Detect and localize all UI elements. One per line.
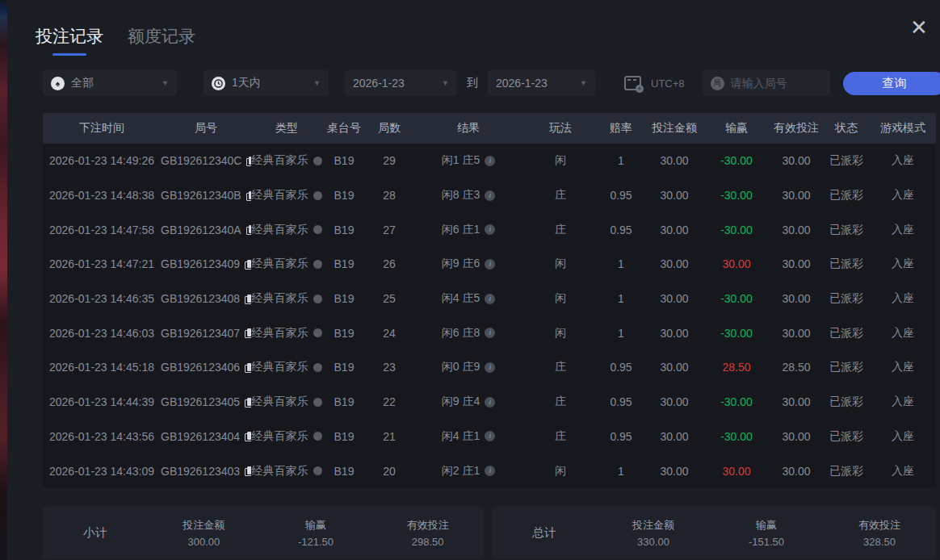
- cell-game-type: 经典百家乐: [251, 291, 322, 306]
- table-row: 2026-01-23 14:45:18 GB1926123406 经典百家乐 B…: [43, 350, 936, 385]
- cell-round-id: GB1926123409: [161, 257, 251, 270]
- cell-round-id: GB1926123405: [161, 395, 251, 408]
- cell-round-id: GB192612340C: [161, 154, 251, 167]
- total-winloss: 输赢 -151.50: [710, 518, 823, 548]
- cell-status: 已派彩: [823, 188, 870, 203]
- cell-shoe-no: 24: [366, 327, 413, 340]
- cell-valid-bet: 30.00: [770, 257, 823, 270]
- cell-play: 闲: [524, 291, 597, 306]
- tab-bet-records[interactable]: 投注记录: [36, 25, 103, 56]
- info-icon[interactable]: i: [485, 224, 495, 235]
- cell-odds: 0.95: [597, 395, 645, 408]
- copy-icon[interactable]: [245, 295, 251, 303]
- subtotal-box: 小计 投注金额 300.00 输赢 -121.50 有效投注 298.50: [43, 506, 484, 559]
- date-from-value: 2026-1-23: [353, 77, 405, 90]
- cell-bet-time: 2026-01-23 14:47:21: [43, 257, 161, 270]
- cell-bet-amount: 30.00: [645, 257, 703, 270]
- copy-icon[interactable]: [246, 225, 251, 234]
- cell-bet-amount: 30.00: [645, 292, 703, 305]
- info-icon[interactable]: i: [485, 259, 495, 270]
- cell-game-mode: 入座: [870, 395, 936, 409]
- cell-table-no: B19: [322, 189, 366, 202]
- game-type-badge-icon: [313, 225, 322, 234]
- close-icon[interactable]: ✕: [904, 13, 934, 42]
- active-tab-underline: [52, 53, 86, 56]
- cell-shoe-no: 28: [366, 189, 413, 202]
- total-valid-bet: 有效投注 328.50: [823, 518, 936, 548]
- info-icon[interactable]: i: [485, 362, 495, 373]
- cell-play: 闲: [524, 464, 597, 479]
- cell-shoe-no: 26: [366, 257, 413, 270]
- info-icon[interactable]: i: [485, 190, 495, 201]
- cell-shoe-no: 21: [366, 430, 413, 443]
- info-icon[interactable]: i: [485, 328, 495, 338]
- cell-status: 已派彩: [823, 326, 870, 341]
- copy-icon[interactable]: [245, 363, 251, 372]
- cell-result: 闲6 庄1 i: [413, 223, 524, 237]
- cell-winloss-value: -30.00: [720, 327, 753, 340]
- table-body: 2026-01-23 14:49:26 GB192612340C 经典百家乐 B…: [43, 144, 936, 488]
- info-icon[interactable]: i: [485, 466, 495, 476]
- calendar-icon[interactable]: [624, 76, 641, 90]
- cell-result: 闲1 庄5 i: [413, 153, 524, 168]
- cell-shoe-no: 23: [366, 361, 413, 374]
- cell-bet-amount: 30.00: [645, 327, 703, 340]
- table-row: 2026-01-23 14:48:38 GB192612340B 经典百家乐 B…: [43, 178, 936, 213]
- total-bet-amount: 投注金额 330.00: [597, 518, 710, 548]
- header-result: 结果: [413, 121, 524, 136]
- cell-winloss: 30.00: [703, 465, 770, 478]
- header-bet-amount: 投注金额: [645, 121, 703, 136]
- cell-table-no: B19: [322, 292, 366, 305]
- date-from-select[interactable]: 2026-1-23 ▼: [345, 70, 457, 96]
- game-type-badge-icon: [313, 466, 322, 475]
- cell-winloss: -30.00: [703, 224, 770, 236]
- header-valid-bet: 有效投注: [770, 121, 823, 136]
- cell-game-type: 经典百家乐: [251, 395, 322, 409]
- cell-result: 闲8 庄3 i: [413, 188, 524, 203]
- copy-icon[interactable]: [246, 191, 251, 200]
- chevron-down-icon: ▼: [580, 79, 587, 87]
- cell-play: 庄: [524, 395, 597, 409]
- date-to-select[interactable]: 2026-1-23 ▼: [488, 70, 595, 96]
- cell-status: 已派彩: [823, 291, 870, 306]
- copy-icon[interactable]: [246, 157, 251, 165]
- cell-status: 已派彩: [823, 257, 870, 271]
- cell-result: 闲0 庄9 i: [413, 360, 524, 374]
- copy-icon[interactable]: [245, 432, 251, 441]
- copy-icon[interactable]: [245, 260, 251, 269]
- round-search-input[interactable]: [731, 77, 822, 90]
- cell-status: 已派彩: [823, 153, 870, 168]
- table-row: 2026-01-23 14:46:35 GB1926123408 经典百家乐 B…: [43, 282, 936, 316]
- game-type-badge-icon: [313, 432, 322, 441]
- info-icon[interactable]: i: [485, 397, 495, 407]
- bet-records-modal: 投注记录 额度记录 ✕ ♠ 全部 ▼ 1天内 ▼ 2026-1-23 ▼ 到 2…: [7, 0, 940, 560]
- game-type-badge-icon: [313, 260, 322, 269]
- cell-status: 已派彩: [823, 429, 870, 444]
- tab-quota-records[interactable]: 额度记录: [128, 25, 195, 56]
- time-range-select[interactable]: 1天内 ▼: [204, 70, 329, 96]
- copy-icon[interactable]: [245, 398, 251, 407]
- cell-play: 庄: [524, 360, 597, 374]
- header-winloss: 输赢: [703, 121, 770, 136]
- cell-bet-amount: 30.00: [645, 395, 703, 408]
- chevron-down-icon: ▼: [313, 79, 321, 87]
- header-shoe-no: 局数: [366, 121, 413, 136]
- copy-icon[interactable]: [245, 466, 251, 475]
- chevron-down-icon: ▼: [442, 79, 449, 87]
- cell-play: 庄: [524, 188, 597, 203]
- date-to-label: 到: [467, 76, 478, 90]
- cell-winloss: -30.00: [703, 395, 770, 408]
- cell-bet-amount: 30.00: [645, 224, 703, 236]
- info-icon[interactable]: i: [485, 294, 495, 304]
- cell-shoe-no: 25: [366, 292, 413, 305]
- cell-winloss-value: -30.00: [720, 292, 753, 305]
- info-icon[interactable]: i: [485, 156, 495, 166]
- clock-icon: [212, 77, 225, 90]
- cell-round-id: GB192612340B: [161, 189, 251, 202]
- info-icon[interactable]: i: [485, 431, 495, 441]
- game-type-select[interactable]: ♠ 全部 ▼: [43, 70, 177, 96]
- cell-winloss: 28.50: [703, 361, 770, 374]
- header-bet-time: 下注时间: [43, 121, 161, 136]
- copy-icon[interactable]: [245, 328, 251, 337]
- query-button[interactable]: 查询: [843, 72, 940, 95]
